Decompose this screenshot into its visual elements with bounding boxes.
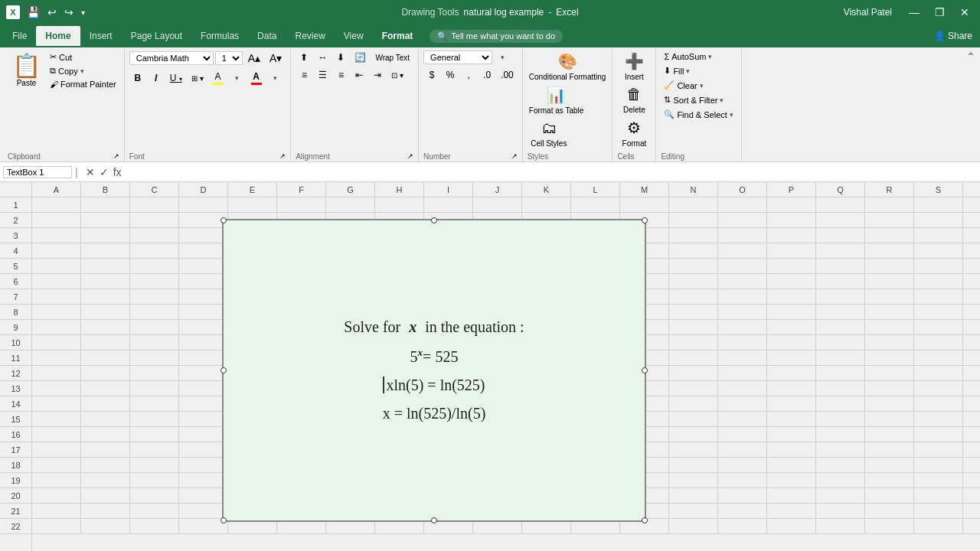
- cell-D9[interactable]: [179, 320, 228, 335]
- handle-tl[interactable]: [220, 217, 227, 223]
- cell-R1[interactable]: [865, 197, 914, 213]
- cell-P8[interactable]: [767, 305, 816, 320]
- cell-D8[interactable]: [179, 305, 228, 320]
- cell-N21[interactable]: [669, 504, 718, 519]
- align-middle-button[interactable]: ↔: [314, 51, 331, 64]
- cell-N7[interactable]: [669, 289, 718, 305]
- cell-O1[interactable]: [718, 197, 767, 213]
- cell-B11[interactable]: [81, 350, 130, 366]
- cell-O4[interactable]: [718, 243, 767, 259]
- cell-Q7[interactable]: [816, 289, 865, 305]
- cell-B3[interactable]: [81, 228, 130, 243]
- cell-B21[interactable]: [81, 504, 130, 519]
- font-size-select[interactable]: 18: [215, 51, 243, 65]
- cell-B16[interactable]: [81, 427, 130, 442]
- cell-Q21[interactable]: [816, 504, 865, 519]
- row-header-11[interactable]: 11: [0, 350, 31, 366]
- cell-R20[interactable]: [865, 488, 914, 504]
- cell-R8[interactable]: [865, 305, 914, 320]
- cell-B13[interactable]: [81, 381, 130, 396]
- cell-R13[interactable]: [865, 381, 914, 396]
- name-box[interactable]: [3, 166, 72, 178]
- row-header-22[interactable]: 22: [0, 519, 31, 534]
- cell-S22[interactable]: [914, 519, 963, 534]
- cell-O15[interactable]: [718, 412, 767, 427]
- col-header-M[interactable]: M: [620, 182, 669, 197]
- cell-P14[interactable]: [767, 396, 816, 412]
- cell-B14[interactable]: [81, 396, 130, 412]
- minimize-button[interactable]: —: [904, 5, 924, 20]
- comma-button[interactable]: ,: [460, 68, 477, 82]
- cell-Q16[interactable]: [816, 427, 865, 442]
- cell-P7[interactable]: [767, 289, 816, 305]
- cell-N10[interactable]: [669, 335, 718, 350]
- cell-R18[interactable]: [865, 458, 914, 473]
- cell-P22[interactable]: [767, 519, 816, 534]
- row-header-1[interactable]: 1: [0, 197, 31, 213]
- cell-D15[interactable]: [179, 412, 228, 427]
- cell-C4[interactable]: [130, 243, 179, 259]
- collapse-icon[interactable]: ⌃: [966, 51, 975, 63]
- col-header-F[interactable]: F: [277, 182, 326, 197]
- row-header-5[interactable]: 5: [0, 259, 31, 274]
- number-format-select[interactable]: General: [423, 51, 492, 64]
- cell-B4[interactable]: [81, 243, 130, 259]
- cell-S12[interactable]: [914, 366, 963, 381]
- row-header-9[interactable]: 9: [0, 320, 31, 335]
- row-header-12[interactable]: 12: [0, 366, 31, 381]
- format-as-table-button[interactable]: 📊 Format as Table: [528, 84, 586, 116]
- cell-P3[interactable]: [767, 228, 816, 243]
- row-header-18[interactable]: 18: [0, 458, 31, 473]
- cell-P4[interactable]: [767, 243, 816, 259]
- cell-E1[interactable]: [228, 197, 277, 213]
- cell-B7[interactable]: [81, 289, 130, 305]
- col-header-D[interactable]: D: [179, 182, 228, 197]
- cell-N8[interactable]: [669, 305, 718, 320]
- cell-P17[interactable]: [767, 442, 816, 458]
- redo-button[interactable]: ↪: [62, 5, 76, 20]
- font-expand[interactable]: ↗: [279, 152, 286, 160]
- cell-B10[interactable]: [81, 335, 130, 350]
- format-button[interactable]: ⚙ Format: [617, 117, 651, 149]
- bold-button[interactable]: B: [129, 71, 146, 85]
- cell-S7[interactable]: [914, 289, 963, 305]
- cell-R14[interactable]: [865, 396, 914, 412]
- cell-P21[interactable]: [767, 504, 816, 519]
- ribbon-collapse[interactable]: ⌃: [965, 49, 977, 161]
- col-header-G[interactable]: G: [326, 182, 375, 197]
- cell-C10[interactable]: [130, 335, 179, 350]
- cell-N19[interactable]: [669, 473, 718, 488]
- cell-P20[interactable]: [767, 488, 816, 504]
- cell-A6[interactable]: [32, 274, 81, 289]
- cell-Q1[interactable]: [816, 197, 865, 213]
- cell-S19[interactable]: [914, 473, 963, 488]
- cell-R19[interactable]: [865, 473, 914, 488]
- cell-S3[interactable]: [914, 228, 963, 243]
- row-header-16[interactable]: 16: [0, 427, 31, 442]
- handle-mr[interactable]: [642, 367, 648, 373]
- row-header-6[interactable]: 6: [0, 274, 31, 289]
- handle-tr[interactable]: [642, 217, 648, 223]
- cell-C20[interactable]: [130, 488, 179, 504]
- cell-D13[interactable]: [179, 381, 228, 396]
- format-painter-button[interactable]: 🖌 Format Painter: [47, 78, 119, 90]
- cell-C17[interactable]: [130, 442, 179, 458]
- cell-A10[interactable]: [32, 335, 81, 350]
- cell-O11[interactable]: [718, 350, 767, 366]
- cell-D16[interactable]: [179, 427, 228, 442]
- cell-R21[interactable]: [865, 504, 914, 519]
- cell-R17[interactable]: [865, 442, 914, 458]
- cell-C14[interactable]: [130, 396, 179, 412]
- cell-Q10[interactable]: [816, 335, 865, 350]
- cell-B5[interactable]: [81, 259, 130, 274]
- cell-A2[interactable]: [32, 213, 81, 228]
- cell-O21[interactable]: [718, 504, 767, 519]
- cell-D20[interactable]: [179, 488, 228, 504]
- tab-file[interactable]: File: [3, 26, 36, 46]
- col-header-C[interactable]: C: [130, 182, 179, 197]
- cell-F1[interactable]: [277, 197, 326, 213]
- align-bottom-button[interactable]: ⬇: [332, 51, 349, 64]
- insert-button[interactable]: ➕ Insert: [617, 51, 651, 83]
- cell-O12[interactable]: [718, 366, 767, 381]
- cell-S13[interactable]: [914, 381, 963, 396]
